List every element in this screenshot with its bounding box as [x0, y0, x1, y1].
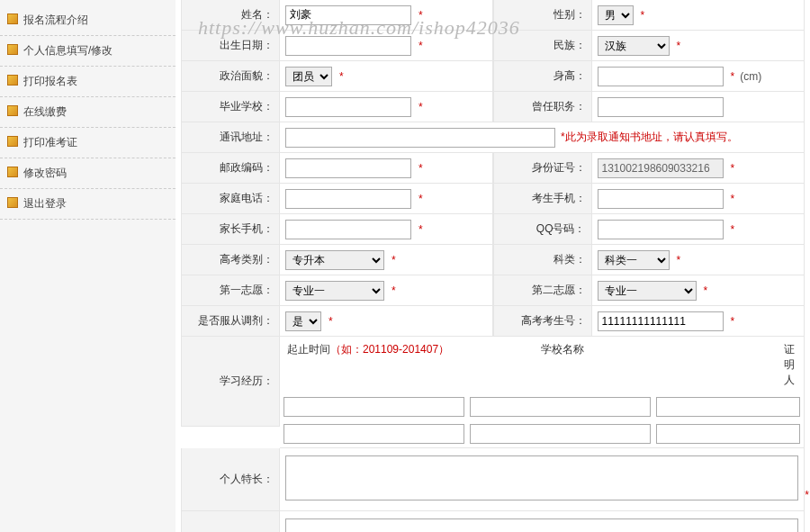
- candidate-phone-input[interactable]: [598, 189, 724, 209]
- form-main: 姓名： * 性别： 男* 出生日期： * 民族： 汉族* 政治面貌： 团员* 身…: [176, 0, 810, 532]
- label-parent-phone: 家长手机：: [181, 214, 280, 245]
- label-ethnicity: 民族：: [493, 31, 592, 61]
- label-political: 政治面貌：: [181, 61, 280, 92]
- required-asterisk: *: [731, 193, 735, 205]
- required-asterisk: *: [805, 489, 809, 501]
- label-obey: 是否服从调剂：: [181, 306, 280, 337]
- birthdate-input[interactable]: [285, 36, 411, 56]
- parent-phone-input[interactable]: [285, 220, 411, 239]
- label-birthdate: 出生日期：: [181, 31, 280, 61]
- political-select[interactable]: 团员: [285, 67, 332, 86]
- folder-icon: [7, 167, 18, 177]
- required-asterisk: *: [328, 315, 333, 328]
- label-subject: 科类：: [493, 245, 592, 275]
- sidebar-item-label: 报名流程介绍: [23, 14, 88, 26]
- postcode-input[interactable]: [285, 158, 411, 178]
- sidebar-item-label: 在线缴费: [23, 105, 67, 118]
- edu-history-header: 起止时间（如：201109-201407） 学校名称 证明人: [280, 337, 804, 393]
- col-school-label: 学校名称: [460, 337, 676, 393]
- obey-select[interactable]: 是: [285, 311, 321, 331]
- label-name: 姓名：: [181, 0, 280, 31]
- label-exam-type: 高考类别：: [181, 245, 280, 275]
- folder-icon: [7, 197, 18, 208]
- exam-id-input[interactable]: [598, 311, 724, 331]
- edu-school-input-1[interactable]: [470, 397, 651, 417]
- required-asterisk: *: [704, 284, 708, 297]
- sidebar-item-process[interactable]: 报名流程介绍: [0, 5, 176, 36]
- label-id-number: 身份证号：: [493, 153, 592, 184]
- subject-select[interactable]: 科类一: [598, 250, 670, 270]
- required-asterisk: *: [392, 254, 396, 266]
- required-asterisk: *: [731, 70, 735, 83]
- name-input[interactable]: [285, 5, 411, 25]
- label-edu-history: 学习经历：: [181, 337, 280, 427]
- choice2-select[interactable]: 专业一: [598, 281, 697, 301]
- exam-type-select[interactable]: 专升本: [285, 250, 384, 270]
- required-asterisk: *: [418, 40, 423, 52]
- label-school: 毕业学校：: [181, 92, 280, 122]
- sidebar-item-print-ticket[interactable]: 打印准考证: [0, 128, 176, 158]
- home-phone-input[interactable]: [285, 189, 411, 209]
- required-asterisk: *: [731, 162, 735, 175]
- sidebar-item-label: 打印报名表: [23, 75, 77, 87]
- former-position-input[interactable]: [598, 97, 724, 117]
- folder-icon: [7, 14, 18, 24]
- ethnicity-select[interactable]: 汉族: [598, 36, 670, 56]
- edu-date-input-1[interactable]: [284, 397, 464, 417]
- sidebar-item-label: 退出登录: [23, 197, 67, 210]
- folder-icon: [7, 105, 18, 116]
- folder-icon: [7, 44, 18, 55]
- folder-icon: [7, 136, 18, 147]
- col-witness-label: 证明人: [676, 337, 804, 393]
- specialty-textarea[interactable]: [285, 455, 798, 500]
- choice1-select[interactable]: 专业一: [285, 281, 384, 301]
- sidebar-item-personal-info[interactable]: 个人信息填写/修改: [0, 36, 176, 67]
- label-exam-id: 高考考生号：: [493, 306, 592, 337]
- address-hint: *此为录取通知书地址，请认真填写。: [561, 130, 738, 145]
- edu-school-input-2[interactable]: [470, 424, 651, 444]
- required-asterisk: *: [418, 223, 423, 236]
- required-asterisk: *: [339, 70, 344, 83]
- label-former-position: 曾任职务：: [493, 92, 592, 122]
- required-asterisk: *: [731, 223, 735, 236]
- col-date-hint: （如：201109-201407）: [330, 343, 449, 356]
- award-textarea[interactable]: [285, 518, 798, 532]
- required-asterisk: *: [418, 101, 423, 113]
- gender-select[interactable]: 男: [598, 5, 634, 25]
- label-choice1: 第一志愿：: [181, 275, 280, 306]
- sidebar-item-payment[interactable]: 在线缴费: [0, 97, 176, 128]
- height-unit: (cm): [740, 70, 761, 83]
- qq-input[interactable]: [598, 220, 724, 239]
- edu-witness-input-2[interactable]: [656, 424, 800, 444]
- required-asterisk: *: [392, 284, 396, 297]
- sidebar-item-label: 打印准考证: [23, 136, 77, 149]
- col-date-label: 起止时间: [287, 343, 330, 356]
- edu-witness-input-1[interactable]: [656, 397, 800, 417]
- sidebar-item-label: 修改密码: [23, 167, 67, 179]
- required-asterisk: *: [731, 315, 735, 328]
- label-height: 身高：: [493, 61, 592, 92]
- height-input[interactable]: [598, 67, 724, 86]
- required-asterisk: *: [677, 40, 681, 52]
- school-input[interactable]: [285, 97, 411, 117]
- label-choice2: 第二志愿：: [493, 275, 592, 306]
- address-input[interactable]: [285, 128, 555, 148]
- required-asterisk: *: [418, 9, 423, 22]
- required-asterisk: *: [677, 254, 681, 266]
- sidebar-item-logout[interactable]: 退出登录: [0, 189, 176, 220]
- folder-icon: [7, 75, 18, 86]
- label-postcode: 邮政编码：: [181, 153, 280, 184]
- label-award: 奖惩情况：: [181, 511, 280, 532]
- label-gender: 性别：: [493, 0, 592, 31]
- label-candidate-phone: 考生手机：: [493, 184, 592, 214]
- id-number-input: [598, 158, 724, 178]
- required-asterisk: *: [418, 193, 423, 205]
- required-asterisk: *: [641, 9, 645, 22]
- sidebar-item-change-password[interactable]: 修改密码: [0, 158, 176, 189]
- label-specialty: 个人特长：: [181, 448, 280, 511]
- label-qq: QQ号码：: [493, 214, 592, 245]
- edu-date-input-2[interactable]: [284, 424, 464, 444]
- sidebar-item-print-form[interactable]: 打印报名表: [0, 67, 176, 97]
- sidebar-nav: 报名流程介绍 个人信息填写/修改 打印报名表 在线缴费 打印准考证 修改密码 退…: [0, 0, 176, 532]
- label-home-phone: 家庭电话：: [181, 184, 280, 214]
